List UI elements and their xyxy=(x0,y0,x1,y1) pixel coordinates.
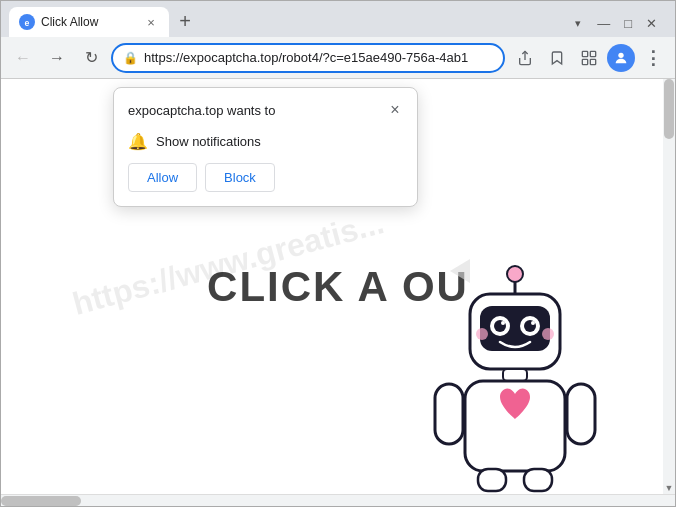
vertical-scrollbar[interactable]: ▲ ▼ xyxy=(663,79,675,494)
forward-button[interactable]: → xyxy=(43,44,71,72)
robot-illustration xyxy=(415,264,615,494)
address-url: https://expocaptcha.top/robot4/?c=e15ae4… xyxy=(144,50,493,65)
svg-point-7 xyxy=(618,52,623,57)
extensions-button[interactable] xyxy=(575,44,603,72)
tab-close-button[interactable]: × xyxy=(143,14,159,30)
window-controls: ▾ — □ ✕ xyxy=(575,14,667,37)
popup-actions: Allow Block xyxy=(114,163,417,206)
svg-rect-20 xyxy=(503,369,527,381)
svg-rect-25 xyxy=(524,469,552,491)
popup-permission-row: 🔔 Show notifications xyxy=(114,128,417,163)
page-content: CLICK A OU https://www.greatis... xyxy=(1,79,675,494)
tab-bar: e Click Allow × + ▾ — □ ✕ xyxy=(1,1,675,37)
toolbar-actions: ⋮ xyxy=(511,44,667,72)
tab-title: Click Allow xyxy=(41,15,137,29)
menu-button[interactable]: ⋮ xyxy=(639,44,667,72)
svg-rect-23 xyxy=(567,384,595,444)
back-button[interactable]: ← xyxy=(9,44,37,72)
address-bar[interactable]: 🔒 https://expocaptcha.top/robot4/?c=e15a… xyxy=(111,43,505,73)
svg-rect-3 xyxy=(582,51,587,56)
toolbar: ← → ↻ 🔒 https://expocaptcha.top/robot4/?… xyxy=(1,37,675,79)
svg-point-18 xyxy=(476,328,488,340)
svg-rect-5 xyxy=(582,59,587,64)
horizontal-scrollbar[interactable] xyxy=(1,494,675,506)
lock-icon: 🔒 xyxy=(123,51,138,65)
close-window-button[interactable]: ✕ xyxy=(640,14,663,33)
allow-button[interactable]: Allow xyxy=(128,163,197,192)
svg-point-19 xyxy=(542,328,554,340)
svg-text:e: e xyxy=(25,18,30,28)
permission-label: Show notifications xyxy=(156,134,261,149)
tab-favicon: e xyxy=(19,14,35,30)
maximize-button[interactable]: □ xyxy=(618,14,638,33)
svg-point-16 xyxy=(501,321,505,325)
h-scrollbar-thumb[interactable] xyxy=(1,496,81,506)
popup-header: expocaptcha.top wants to × xyxy=(114,88,417,128)
svg-rect-6 xyxy=(590,59,595,64)
share-button[interactable] xyxy=(511,44,539,72)
svg-point-17 xyxy=(531,321,535,325)
svg-rect-22 xyxy=(435,384,463,444)
bookmark-button[interactable] xyxy=(543,44,571,72)
speech-bubble-tail xyxy=(450,259,470,283)
popup-close-button[interactable]: × xyxy=(385,100,405,120)
minimize-button[interactable]: — xyxy=(591,14,616,33)
reload-button[interactable]: ↻ xyxy=(77,44,105,72)
new-tab-button[interactable]: + xyxy=(171,7,199,35)
browser-window: e Click Allow × + ▾ — □ ✕ ← → ↻ 🔒 https:… xyxy=(0,0,676,507)
bell-icon: 🔔 xyxy=(128,132,148,151)
scrollbar-down-arrow[interactable]: ▼ xyxy=(663,482,675,494)
block-button[interactable]: Block xyxy=(205,163,275,192)
popup-site-text: expocaptcha.top wants to xyxy=(128,103,275,118)
svg-rect-24 xyxy=(478,469,506,491)
profile-button[interactable] xyxy=(607,44,635,72)
active-tab[interactable]: e Click Allow × xyxy=(9,7,169,37)
svg-point-9 xyxy=(507,266,523,282)
notification-permission-popup: expocaptcha.top wants to × 🔔 Show notifi… xyxy=(113,87,418,207)
svg-rect-4 xyxy=(590,51,595,56)
scrollbar-thumb[interactable] xyxy=(664,79,674,139)
